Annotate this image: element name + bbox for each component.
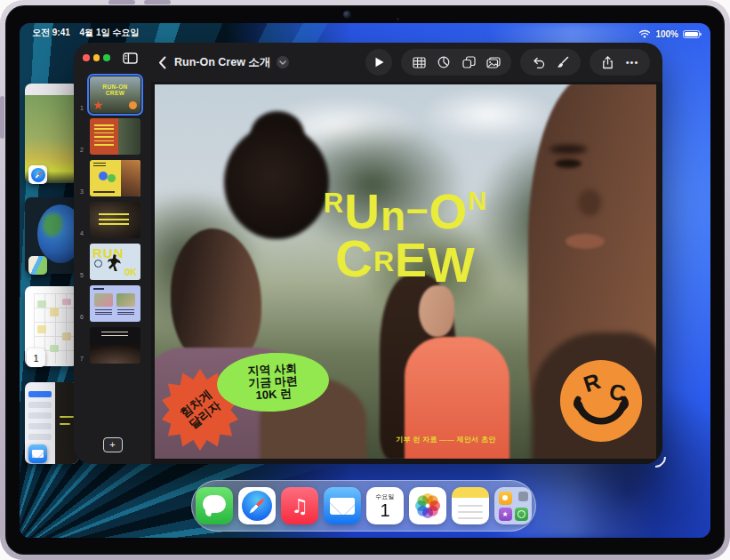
dock-messages-icon[interactable]: [196, 487, 233, 524]
table-button[interactable]: [406, 49, 431, 76]
format-brush-icon: [557, 56, 569, 68]
keynote-toolbar: Run-On Crew 소개: [151, 43, 662, 82]
chevron-down-icon: [279, 60, 286, 65]
slide-number: 2: [80, 147, 84, 153]
dock: ♫ 수요일 1 ★: [191, 480, 536, 532]
wifi-icon: [638, 29, 651, 38]
share-icon: [602, 56, 614, 69]
chart-button[interactable]: [431, 49, 456, 76]
battery-percent: 100%: [655, 29, 678, 39]
media-icon: [486, 57, 501, 68]
slide-thumbnail-list: 1 RUN-ONCREW 2 3: [74, 73, 151, 425]
slide-number: 5: [80, 272, 84, 278]
more-button[interactable]: •••: [620, 49, 645, 76]
slide-caption[interactable]: 기부 런 자료 —— 제안서 초안: [155, 435, 496, 444]
slide-thumb-3[interactable]: 3: [79, 158, 151, 200]
status-bar: 오전 9:41 4월 1일 수요일 100%: [20, 23, 710, 41]
ipad-device: 오전 9:41 4월 1일 수요일 100%: [0, 0, 730, 560]
mic-dot: [397, 18, 399, 20]
dock-mail-icon[interactable]: [324, 487, 361, 524]
slide-number: 6: [80, 314, 84, 320]
slide-title-text[interactable]: RUn–ON CREW: [155, 189, 656, 282]
slide-canvas-area: RUn–ON CREW 힘차게달리자 지역 사회기금 마련10K 런: [151, 82, 662, 464]
music-note-icon: ♫: [291, 495, 309, 517]
back-chevron-icon[interactable]: [158, 56, 166, 69]
top-button-volume-up[interactable]: [108, 0, 135, 4]
slide-thumb-4[interactable]: 4: [79, 200, 151, 242]
calendar-day: 1: [33, 353, 38, 364]
keynote-window: 1 RUN-ONCREW 2 3: [74, 43, 662, 464]
media-button[interactable]: [481, 49, 506, 76]
format-button[interactable]: [550, 49, 575, 76]
undo-icon: [532, 57, 545, 68]
status-time: 오전 9:41: [32, 28, 70, 37]
slide-thumb-7[interactable]: 7: [79, 325, 151, 367]
slide-number: 3: [80, 188, 84, 195]
share-button[interactable]: [595, 49, 620, 76]
star-mini-icon: ★: [499, 508, 512, 521]
shapes-button[interactable]: [456, 49, 481, 76]
slide-thumb-6[interactable]: 6: [79, 284, 151, 325]
calendar-day: 1: [380, 501, 389, 519]
slide-thumb-1[interactable]: 1 RUN-ONCREW: [79, 75, 151, 116]
front-camera: [343, 11, 351, 19]
minimize-button[interactable]: [93, 54, 100, 61]
share-more-group: •••: [590, 49, 650, 76]
screen: 오전 9:41 4월 1일 수요일 100%: [20, 23, 710, 538]
edit-tools-group: [520, 49, 581, 76]
dock-photos-icon[interactable]: [409, 487, 446, 524]
status-date: 4월 1일 수요일: [80, 28, 140, 37]
table-icon: [413, 57, 426, 68]
maps-app-icon[interactable]: [28, 256, 47, 275]
safari-app-icon[interactable]: [28, 165, 47, 184]
slide-number: 7: [80, 356, 84, 362]
slide-number: 1: [80, 105, 84, 111]
add-slide-button[interactable]: +: [103, 437, 123, 452]
green-mini-icon: [515, 508, 528, 521]
slide-navigator: 1 RUN-ONCREW 2 3: [74, 43, 151, 464]
top-button-volume-down[interactable]: [144, 0, 171, 4]
slide-thumb-2[interactable]: 2: [79, 116, 151, 158]
undo-button[interactable]: [525, 49, 550, 76]
shapes-icon: [462, 56, 476, 68]
dock-music-icon[interactable]: ♫: [281, 487, 318, 524]
runner-middle-face: [419, 285, 454, 337]
slide-thumb-5[interactable]: 5 RUN 0K: [79, 242, 151, 284]
title-menu-button[interactable]: [277, 56, 289, 68]
more-icon: •••: [626, 49, 639, 76]
dock-calendar-icon[interactable]: 수요일 1: [366, 487, 404, 524]
mail-app-icon[interactable]: [28, 444, 47, 463]
dock-app-folder-icon[interactable]: ★: [494, 487, 532, 524]
document-title[interactable]: Run-On Crew 소개: [174, 55, 270, 70]
tips-mini-icon: [499, 492, 512, 505]
slide-number: 4: [80, 230, 84, 236]
dock-safari-icon[interactable]: [238, 487, 276, 524]
sidebar-toggle-icon[interactable]: [123, 52, 138, 64]
battery-icon: [683, 30, 700, 38]
rc-smiley-badge[interactable]: R C: [558, 358, 644, 444]
pie-chart-icon: [437, 56, 450, 68]
zoom-button[interactable]: [103, 54, 110, 61]
insert-tools-group: [401, 49, 511, 76]
close-button[interactable]: [83, 54, 90, 61]
side-button[interactable]: [0, 96, 4, 139]
play-icon: [374, 57, 384, 68]
gray-mini-icon: [518, 492, 528, 501]
dock-notes-icon[interactable]: [452, 487, 489, 524]
play-button[interactable]: [365, 49, 392, 76]
calendar-app-icon[interactable]: 1: [27, 348, 45, 367]
slide-canvas[interactable]: RUn–ON CREW 힘차게달리자 지역 사회기금 마련10K 런: [155, 84, 656, 459]
